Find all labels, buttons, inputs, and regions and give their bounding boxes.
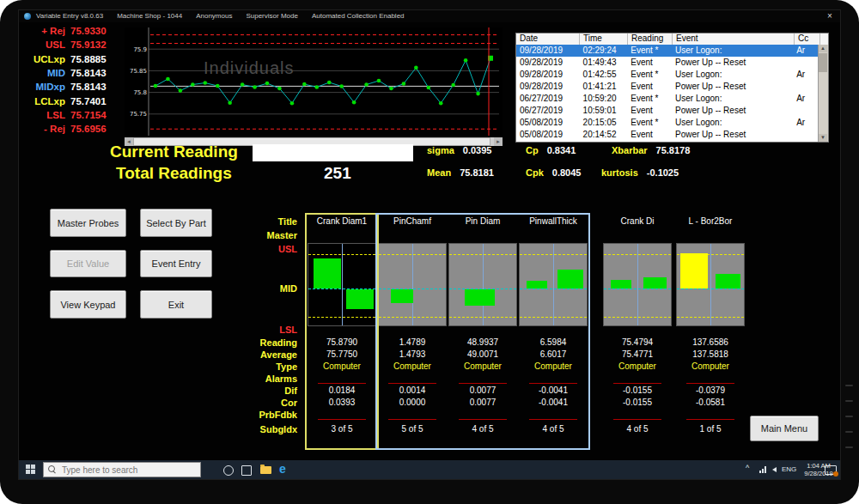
action-center-icon[interactable] — [825, 465, 837, 475]
event-cell: Event * — [627, 69, 672, 81]
cortana-icon[interactable] — [223, 465, 234, 476]
current-reading-input[interactable] — [253, 144, 413, 161]
event-cell: Ar — [793, 45, 819, 57]
event-row[interactable]: 05/08/201920:14:52EventPower Up -- Reset — [516, 129, 819, 141]
channel-prbfdbk-line — [613, 419, 661, 420]
channel-bar-chart[interactable] — [308, 243, 376, 326]
event-row[interactable]: 05/08/201920:15:05Event *User Logon:Ar — [516, 117, 819, 129]
close-button[interactable]: × — [824, 10, 836, 22]
taskbar-search[interactable] — [43, 462, 201, 477]
col-header-event[interactable]: Event — [673, 33, 795, 45]
event-entry-button[interactable]: Event Entry — [140, 250, 212, 277]
col-header-date[interactable]: Date — [516, 33, 580, 45]
language-indicator[interactable]: ENG — [782, 465, 796, 473]
event-cell: Event — [627, 81, 672, 93]
network-icon[interactable] — [759, 466, 766, 473]
channel-subgidx: 4 of 5 — [519, 424, 588, 434]
event-row[interactable]: 09/28/201901:41:21EventPower Up -- Reset — [516, 81, 819, 93]
limit-value: 75.9132 — [70, 39, 107, 50]
gauge-row-label: Cor — [244, 398, 297, 408]
event-cell: 10:59:20 — [580, 93, 628, 105]
event-row[interactable]: 06/27/201910:59:01EventPower Up -- Reset — [516, 105, 819, 117]
channel-average: 6.6017 — [519, 349, 588, 359]
gauge-bar — [716, 274, 740, 288]
event-log-scrollbar[interactable]: ▲ ▼ — [818, 45, 828, 142]
limit-value: 75.8143 — [70, 68, 107, 78]
channel-average: 75.4771 — [603, 349, 672, 359]
channel-bar-chart[interactable] — [519, 243, 588, 326]
stat-cpk: Cpk0.8045 — [526, 167, 581, 178]
individuals-chart[interactable]: 75.975.8575.875.75 Individuals — [125, 27, 503, 136]
channel-reading: 137.6586 — [676, 337, 745, 347]
event-row[interactable]: 09/28/201901:49:43EventPower Up -- Reset — [516, 57, 819, 69]
tray-expand-icon[interactable]: ^ — [746, 464, 749, 472]
window-title: Variable Entry v8.0.63Machine Shop - 104… — [36, 10, 418, 22]
stat-value: 75.8178 — [656, 145, 691, 155]
stat-kurtosis: kurtosis-0.1025 — [601, 167, 679, 178]
volume-icon[interactable] — [772, 467, 777, 472]
channel-type: Computer — [519, 361, 588, 371]
event-cell: Event * — [627, 45, 672, 57]
channel-cor: -0.0581 — [676, 398, 745, 407]
event-cell: 05/08/2019 — [516, 129, 580, 141]
col-header-time[interactable]: Time — [580, 33, 628, 45]
edit-value-button[interactable]: Edit Value — [50, 250, 126, 277]
limit-value: 75.9330 — [70, 26, 107, 36]
bezel-button — [845, 385, 853, 386]
channel-bar-chart[interactable] — [676, 243, 745, 326]
gauge-bar — [643, 277, 667, 288]
stat-value: 0.0395 — [463, 145, 492, 155]
event-cell: 20:14:52 — [580, 129, 628, 141]
limit-value: 75.6956 — [70, 124, 107, 134]
gauge-bar — [314, 258, 341, 288]
search-input[interactable] — [60, 465, 192, 476]
file-explorer-icon[interactable] — [260, 466, 271, 474]
col-header-cc[interactable]: Cc — [795, 33, 820, 45]
title-segment: Variable Entry v8.0.63 — [36, 12, 103, 20]
event-cell: 01:42:55 — [580, 69, 628, 81]
event-cell: 01:49:43 — [580, 57, 628, 69]
channel-average: 75.7750 — [308, 349, 376, 359]
event-cell: Ar — [793, 69, 819, 81]
app-icon — [24, 13, 31, 20]
start-button[interactable] — [26, 465, 35, 474]
task-view-icon[interactable] — [241, 465, 252, 476]
channel-bar-chart[interactable] — [448, 243, 517, 326]
event-row[interactable]: 09/28/201901:42:55Event *User Logon:Ar — [516, 69, 819, 81]
master-probes-button[interactable]: Master Probes — [50, 209, 126, 237]
svg-text:75.75: 75.75 — [130, 111, 147, 118]
limit-label: + Rej — [24, 26, 65, 36]
select-by-part-button[interactable]: Select By Part — [140, 209, 212, 237]
gauge-vline-line — [637, 244, 638, 325]
edge-icon[interactable]: e — [279, 462, 286, 476]
limit-label: UCLxp — [24, 54, 65, 64]
gauge-vline-line — [483, 244, 484, 325]
main-menu-button[interactable]: Main Menu — [750, 416, 819, 441]
svg-text:75.9: 75.9 — [133, 46, 147, 53]
event-row[interactable]: 09/28/201902:29:24Event *User Logon:Ar — [516, 45, 819, 57]
stat-cp: Cp0.8341 — [526, 145, 576, 155]
channel-bar-chart[interactable] — [378, 243, 447, 326]
channel-prbfdbk-line — [529, 419, 577, 420]
channel-alarms-line — [459, 383, 507, 384]
col-header-reading[interactable]: Reading — [628, 33, 673, 45]
event-row[interactable]: 06/27/201910:59:20Event *User Logon:Ar — [516, 93, 819, 105]
stat-label: Cp — [526, 145, 539, 155]
scroll-right-icon[interactable]: ► — [494, 137, 503, 146]
title-segment: Supervisor Mode — [246, 12, 297, 20]
exit-button[interactable]: Exit — [140, 290, 212, 319]
view-keypad-button[interactable]: View Keypad — [50, 290, 126, 319]
channel-bar-chart[interactable] — [603, 243, 672, 326]
channel-alarms-line — [318, 383, 366, 384]
gauge-bar — [346, 289, 374, 309]
channel-title: L - Bor2Bor — [676, 216, 745, 226]
event-cell: User Logon: — [672, 45, 793, 57]
stat-value: 0.8341 — [547, 145, 576, 155]
event-cell: Power Up -- Reset — [672, 105, 793, 117]
limit-value: 75.8143 — [70, 82, 107, 92]
scroll-down-icon[interactable]: ▼ — [819, 134, 827, 142]
event-cell: User Logon: — [672, 117, 793, 129]
channel-title: Crank Diam1 — [308, 216, 376, 226]
scroll-up-icon[interactable]: ▲ — [819, 45, 827, 52]
scrollbar-thumb[interactable] — [819, 53, 827, 72]
